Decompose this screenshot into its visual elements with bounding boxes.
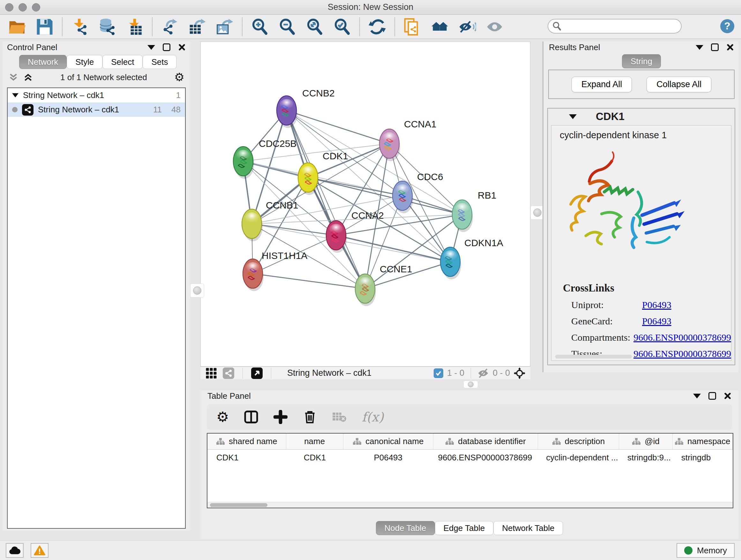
node-rb1[interactable]: RB1 <box>452 190 496 232</box>
zoom-selected-icon[interactable] <box>333 18 351 36</box>
export-table-icon[interactable] <box>188 18 206 36</box>
node-label-cdc6: CDC6 <box>417 172 443 182</box>
table-panel-float-icon[interactable] <box>709 392 716 400</box>
collapse-all-button[interactable]: Collapse All <box>647 77 711 92</box>
column-header-shared-name[interactable]: shared name <box>207 434 286 449</box>
toolbar-search <box>548 19 706 34</box>
collection-expand-icon[interactable] <box>12 93 18 98</box>
node-cdkn1a[interactable]: CDKN1A <box>441 238 503 279</box>
zoom-in-icon[interactable] <box>251 18 269 36</box>
results-scrollbar[interactable] <box>555 355 632 359</box>
table-options-gear-icon[interactable]: ⚙ <box>216 410 229 424</box>
separator <box>243 368 243 379</box>
string-network-graph[interactable]: CCNB2CCNA1CDC25BCDK1CDC6RB1CCNB1CCNA2CDK… <box>201 42 530 366</box>
app-window: Session: New Session <box>0 0 741 560</box>
search-input[interactable] <box>548 19 682 34</box>
tab-edge-table[interactable]: Edge Table <box>435 521 494 535</box>
table-panel-menu-icon[interactable] <box>693 394 701 398</box>
network-view-share-icon[interactable] <box>223 368 234 379</box>
import-network-icon[interactable] <box>71 18 89 36</box>
expand-all-networks-icon[interactable] <box>23 72 33 82</box>
node-label-ccnb1: CCNB1 <box>266 200 298 210</box>
results-panel-menu-icon[interactable] <box>696 45 703 50</box>
string-results-controls: Expand All Collapse All <box>548 70 735 99</box>
network-collection-row[interactable]: String Network – cdk1 1 <box>8 88 185 103</box>
memory-label: Memory <box>697 546 727 556</box>
node-ccna1[interactable]: CCNA1 <box>380 119 436 161</box>
title-bar: Session: New Session <box>0 0 741 15</box>
column-header-namespace[interactable]: namespace <box>673 434 733 449</box>
table-row[interactable]: CDK1 CDK1 P06493 9606.ENSP00000378699 cy… <box>207 449 733 465</box>
edge-ccnb2-ccne1[interactable] <box>286 111 365 289</box>
clone-network-icon[interactable] <box>403 18 421 36</box>
node-label-cdk1: CDK1 <box>323 151 348 161</box>
detach-view-icon[interactable] <box>251 368 263 379</box>
show-column-panel-icon[interactable] <box>244 410 258 424</box>
horizontal-splitter-handle[interactable] <box>463 381 478 388</box>
window-title: Session: New Session <box>0 2 741 12</box>
tab-string[interactable]: String <box>622 54 661 68</box>
network-options-gear-icon[interactable]: ⚙ <box>174 71 185 83</box>
refresh-icon[interactable] <box>368 18 386 36</box>
tab-select[interactable]: Select <box>103 55 143 69</box>
show-details-icon[interactable] <box>486 18 503 36</box>
tab-network[interactable]: Network <box>19 55 67 69</box>
tab-node-table[interactable]: Node Table <box>376 521 435 535</box>
node-ccne1[interactable]: CCNE1 <box>355 264 412 306</box>
save-session-icon[interactable] <box>36 18 54 36</box>
column-header-canonical-name[interactable]: canonical name <box>343 434 433 449</box>
import-table-icon[interactable] <box>126 18 144 36</box>
collection-count: 1 <box>176 90 181 100</box>
results-panel-close-icon[interactable] <box>726 44 734 51</box>
column-header-database-identifier[interactable]: database identifier <box>433 434 538 449</box>
export-network-icon[interactable] <box>161 18 179 36</box>
collapse-all-networks-icon[interactable] <box>8 72 18 82</box>
column-header-id[interactable]: @id <box>619 434 673 449</box>
control-panel-close-icon[interactable] <box>178 44 186 51</box>
cloud-status-button[interactable] <box>6 543 23 558</box>
open-session-icon[interactable] <box>8 18 26 36</box>
uniprot-link[interactable]: P06493 <box>642 300 671 310</box>
zoom-out-icon[interactable] <box>278 18 296 36</box>
network-icon <box>22 104 33 116</box>
column-header-description[interactable]: description <box>538 434 619 449</box>
network-row[interactable]: String Network – cdk1 11 48 <box>8 103 185 117</box>
results-panel-float-icon[interactable] <box>711 44 719 51</box>
node-ccna2[interactable]: CCNA2 <box>326 210 384 253</box>
memory-status-button[interactable]: Memory <box>677 543 735 558</box>
zoom-fit-icon[interactable] <box>306 18 324 36</box>
edge-cdk1-cdc6[interactable] <box>308 178 402 196</box>
expand-all-button[interactable]: Expand All <box>571 77 632 92</box>
warnings-button[interactable] <box>30 543 49 558</box>
export-image-icon[interactable] <box>216 18 233 36</box>
table-horizontal-scrollbar[interactable] <box>207 502 733 508</box>
search-icon <box>552 21 562 31</box>
control-panel-float-icon[interactable] <box>163 44 171 51</box>
edge-ccnb2-ccna1[interactable] <box>286 111 389 144</box>
results-panel: Results Panel String Expand All Collapse… <box>542 42 738 372</box>
control-panel-menu-icon[interactable] <box>147 45 155 50</box>
grid-view-icon[interactable] <box>205 368 217 379</box>
protein-expand-icon[interactable] <box>569 114 577 119</box>
column-header-name[interactable]: name <box>286 434 343 449</box>
tissues-link[interactable]: 9606.ENSP00000378699 <box>633 348 731 359</box>
edge-ccna2-cdkn1a[interactable] <box>336 235 450 262</box>
network-canvas[interactable]: CCNB2CCNA1CDC25BCDK1CDC6RB1CCNB1CCNA2CDK… <box>200 42 530 367</box>
birds-eye-view-icon[interactable] <box>514 368 525 379</box>
tab-network-table[interactable]: Network Table <box>493 521 563 535</box>
genecard-link[interactable]: P06493 <box>642 316 671 327</box>
hide-details-icon[interactable] <box>458 18 476 36</box>
tab-sets[interactable]: Sets <box>143 55 177 69</box>
import-network-from-database-icon[interactable] <box>98 18 116 36</box>
home-icon[interactable] <box>431 18 449 36</box>
compartments-link[interactable]: 9606.ENSP00000378699 <box>633 332 731 343</box>
selected-items-checkbox[interactable] <box>434 368 443 378</box>
table-panel-close-icon[interactable] <box>724 392 731 400</box>
add-column-icon[interactable] <box>273 410 287 424</box>
delete-column-icon[interactable] <box>303 410 317 424</box>
tab-style[interactable]: Style <box>67 55 103 69</box>
left-splitter-handle[interactable] <box>190 284 204 298</box>
help-button[interactable]: ? <box>720 19 734 33</box>
table-panel-title: Table Panel <box>207 391 251 401</box>
edge-hist1h1a-ccne1[interactable] <box>253 273 365 289</box>
